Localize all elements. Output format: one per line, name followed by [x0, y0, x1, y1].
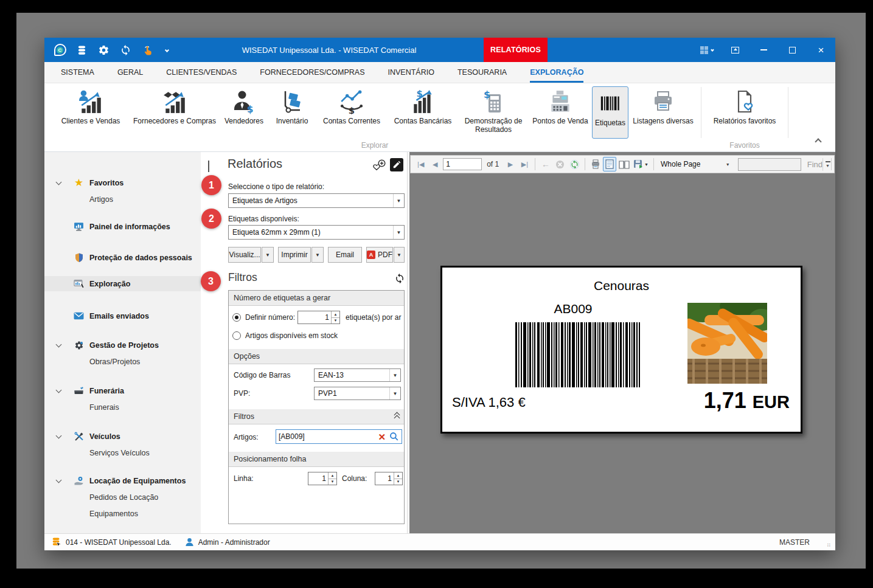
- sidebar-item-pedidos-de-locacao[interactable]: Pedidos de Locação: [44, 489, 201, 505]
- ribbon-item-inventario[interactable]: Inventário: [268, 83, 316, 139]
- chevron-down-icon[interactable]: [56, 341, 62, 347]
- label-format-select[interactable]: Etiqueta 62mm x 29mm (1) ▼: [228, 225, 405, 240]
- chevron-down-icon[interactable]: [56, 387, 62, 393]
- sidebar-item-protecao-de-dados[interactable]: Proteção de dados pessoais: [44, 250, 201, 265]
- window-title: WISEDAT Unipessoal Lda. - WISEDAT Comerc…: [229, 38, 430, 62]
- ribbon-item-clientes-e-vendas[interactable]: Clientes e Vendas: [52, 83, 130, 139]
- sidebar-item-locacao-de-equipamentos[interactable]: Locação de Equipamentos: [44, 473, 201, 488]
- edit-report-button[interactable]: [390, 158, 403, 171]
- line-stepper[interactable]: 1 ▲▼: [308, 472, 337, 485]
- titlebar-chevron-down-icon[interactable]: [163, 44, 170, 57]
- database-icon[interactable]: [75, 44, 88, 57]
- maximize-button[interactable]: [778, 38, 807, 62]
- sidebar-item-exploracao[interactable]: Exploração: [44, 276, 201, 291]
- refresh-icon[interactable]: [119, 44, 132, 57]
- find-button[interactable]: Find: [807, 160, 823, 169]
- tab-fornecedores-compras[interactable]: FORNECEDORES/COMPRAS: [260, 62, 364, 83]
- barcode-type-select[interactable]: EAN-13 ▼: [314, 368, 401, 382]
- articles-input[interactable]: [279, 432, 378, 441]
- pvp-select[interactable]: PVP1 ▼: [314, 387, 401, 400]
- clear-filter-icon[interactable]: ✕: [378, 432, 386, 441]
- print-dropdown-button[interactable]: ▼: [311, 247, 324, 263]
- refresh-filters-button[interactable]: [394, 273, 406, 285]
- back-button[interactable]: ←: [539, 157, 552, 171]
- ribbon-item-demonstracao-de-resultados[interactable]: $ Demonstração de Resultados: [458, 83, 529, 139]
- page-number-input[interactable]: [443, 158, 482, 170]
- ribbon-collapse-button[interactable]: [812, 136, 824, 145]
- chevron-down-icon[interactable]: [56, 179, 62, 185]
- preview-button[interactable]: Visualiz...: [228, 247, 261, 263]
- pdf-button[interactable]: A PDF: [366, 247, 393, 263]
- first-page-button[interactable]: |◀: [414, 157, 428, 171]
- suppliers-handshake-chart-icon: [162, 88, 187, 115]
- sidebar-item-funeraria[interactable]: Funerária: [44, 383, 201, 398]
- tab-geral[interactable]: GERAL: [117, 62, 143, 83]
- column-stepper[interactable]: 1 ▲▼: [375, 472, 403, 485]
- panel-collapse-button[interactable]: [208, 161, 217, 169]
- find-input[interactable]: [738, 158, 801, 171]
- sidebar-item-funerais[interactable]: Funerais: [44, 399, 201, 415]
- sidebar-item-favoritos[interactable]: ★ Favoritos: [44, 175, 201, 190]
- resize-grip[interactable]: ∷: [827, 542, 831, 548]
- toolbar-overflow-button[interactable]: ▼: [823, 158, 832, 171]
- ribbon-item-vendedores[interactable]: $ Vendedores: [220, 83, 268, 139]
- book-view-button[interactable]: [617, 157, 631, 171]
- restore-window-button[interactable]: [721, 38, 750, 62]
- stock-option-radio[interactable]: [232, 331, 241, 340]
- sidebar-item-emails-enviados[interactable]: Emails enviados: [44, 308, 201, 323]
- ribbon-item-contas-bancarias[interactable]: $ Contas Bancárias: [388, 83, 458, 139]
- column-label: Coluna:: [342, 474, 367, 483]
- touch-pointer-icon[interactable]: [141, 44, 154, 57]
- ribbon-item-contas-correntes[interactable]: $ Contas Correntes: [316, 83, 388, 139]
- last-page-button[interactable]: ▶|: [518, 157, 532, 171]
- sidebar-item-equipamentos[interactable]: Equipamentos: [44, 506, 201, 521]
- preview-dropdown-button[interactable]: ▼: [262, 247, 274, 263]
- sidebar-item-obras-projetos[interactable]: Obras/Projetos: [44, 354, 201, 369]
- print-button[interactable]: Imprimir: [278, 247, 311, 263]
- email-button[interactable]: Email: [328, 247, 362, 263]
- settings-gear-icon[interactable]: [97, 44, 110, 57]
- tab-sistema[interactable]: SISTEMA: [61, 62, 94, 83]
- labels-count-stepper[interactable]: 1 ▲▼: [297, 311, 340, 324]
- export-save-button[interactable]: ▼: [632, 157, 650, 171]
- tab-inventario[interactable]: INVENTÁRIO: [388, 62, 434, 83]
- chevron-down-icon[interactable]: [56, 432, 62, 438]
- print-button-toolbar[interactable]: [589, 157, 602, 171]
- ribbon-item-pontos-de-venda[interactable]: Pontos de Venda: [529, 83, 592, 139]
- tab-exploracao[interactable]: EXPLORAÇÃO: [530, 62, 583, 83]
- ribbon-item-fornecedores-e-compras[interactable]: Fornecedores e Compras: [130, 83, 220, 139]
- sidebar-item-servicos-veiculos[interactable]: Serviços Veículos: [44, 445, 201, 460]
- sidebar-item-gestao-de-projetos[interactable]: Gestão de Projetos: [44, 337, 201, 353]
- zoom-select[interactable]: Whole Page ▼: [658, 157, 733, 171]
- cancel-button[interactable]: [554, 157, 567, 171]
- minimize-button[interactable]: [750, 38, 778, 62]
- sidebar-item-artigos[interactable]: Artigos: [44, 192, 201, 207]
- sidebar-item-veiculos[interactable]: Veículos: [44, 429, 201, 444]
- pdf-dropdown-button[interactable]: ▼: [394, 247, 405, 263]
- line-label: Linha:: [234, 474, 254, 483]
- app-logo-icon[interactable]: C: [54, 44, 66, 57]
- close-button[interactable]: ×: [807, 38, 835, 62]
- collapse-section-button[interactable]: [395, 413, 399, 420]
- page-layout-button[interactable]: [603, 157, 616, 171]
- printer-icon: [651, 88, 675, 115]
- ribbon-item-etiquetas[interactable]: Etiquetas: [592, 86, 628, 139]
- chevron-down-icon[interactable]: [56, 477, 62, 483]
- refresh-preview-button[interactable]: [568, 157, 581, 171]
- define-number-radio[interactable]: [232, 313, 241, 322]
- chevron-down-icon: ▼: [826, 164, 830, 168]
- next-page-button[interactable]: ▶: [504, 157, 517, 171]
- report-type-select[interactable]: Etiquetas de Artigos ▼: [228, 193, 405, 208]
- search-icon[interactable]: [389, 432, 399, 441]
- company-status: 014 - WISEDAT Unipessoal Lda.: [52, 537, 172, 547]
- ribbon-item-listagens-diversas[interactable]: Listagens diversas: [628, 83, 698, 139]
- tab-clientes-vendas[interactable]: CLIENTES/VENDAS: [166, 62, 237, 83]
- print-preview-area: |◀ ◀ of 1 ▶ ▶| ←: [409, 152, 835, 533]
- apps-grid-button[interactable]: [692, 38, 721, 62]
- stock-option-row: Artigos disponíveis em stock: [229, 328, 404, 343]
- sidebar-item-painel-de-informacoes[interactable]: Painel de informações: [44, 219, 201, 234]
- prev-page-button[interactable]: ◀: [429, 157, 442, 171]
- add-favorite-button[interactable]: [373, 159, 386, 171]
- ribbon-item-relatorios-favoritos[interactable]: Relatórios favoritos: [701, 83, 788, 125]
- tab-tesouraria[interactable]: TESOURARIA: [457, 62, 507, 83]
